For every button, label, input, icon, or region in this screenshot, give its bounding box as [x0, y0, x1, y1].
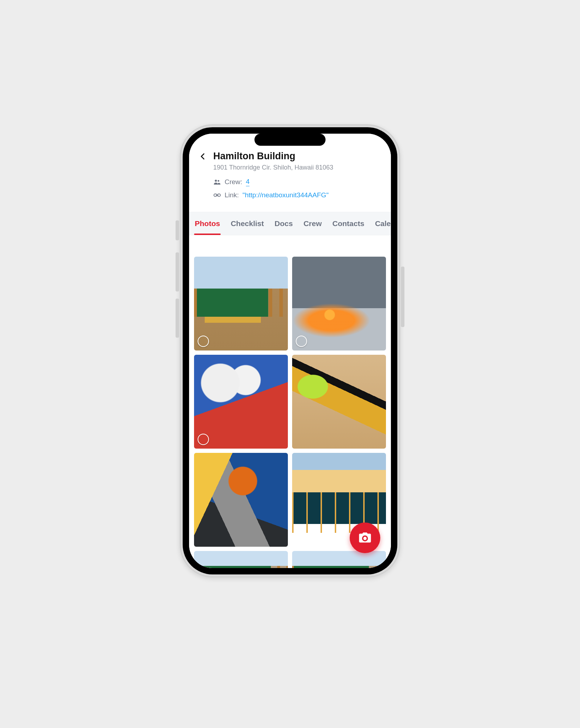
- link-icon: [213, 191, 221, 199]
- back-button[interactable]: [199, 152, 207, 160]
- svg-point-1: [218, 180, 219, 182]
- crew-label: Crew:: [225, 178, 242, 186]
- svg-point-0: [215, 180, 217, 182]
- volume-up-button: [176, 252, 179, 291]
- notch: [254, 134, 326, 146]
- capture-photo-button[interactable]: [350, 523, 380, 553]
- tab-calendar[interactable]: Calendar: [374, 212, 391, 235]
- project-link[interactable]: "http://neatboxunit344AAFG": [242, 191, 329, 199]
- photo-thumbnail[interactable]: [194, 257, 288, 350]
- photo-thumbnail[interactable]: [292, 551, 386, 568]
- power-button: [401, 267, 404, 327]
- tab-photos[interactable]: Photos: [194, 212, 221, 235]
- tab-checklist[interactable]: Checklist: [230, 212, 264, 235]
- tabs-bar: Photos Checklist Docs Crew Contacts Cale…: [189, 212, 391, 235]
- tab-docs[interactable]: Docs: [274, 212, 294, 235]
- photo-thumbnail[interactable]: [292, 257, 386, 350]
- photo-thumbnail[interactable]: [194, 551, 288, 568]
- phone-bezel: Hamilton Building 1901 Thornridge Cir. S…: [183, 127, 397, 574]
- uploader-avatar: [198, 336, 209, 347]
- crew-count-link[interactable]: 4: [246, 178, 250, 186]
- chevron-left-icon: [199, 152, 207, 160]
- photo-grid: [194, 257, 386, 568]
- tab-crew[interactable]: Crew: [303, 212, 322, 235]
- app-screen: Hamilton Building 1901 Thornridge Cir. S…: [189, 134, 391, 568]
- people-icon: [213, 178, 221, 186]
- crew-row: Crew: 4: [213, 178, 381, 186]
- tabs[interactable]: Photos Checklist Docs Crew Contacts Cale…: [189, 212, 391, 235]
- camera-icon: [358, 531, 372, 545]
- uploader-avatar: [296, 336, 307, 347]
- tab-contacts[interactable]: Contacts: [332, 212, 365, 235]
- photos-content: [189, 235, 391, 568]
- phone-frame: Hamilton Building 1901 Thornridge Cir. S…: [180, 124, 400, 577]
- uploader-avatar: [198, 434, 209, 445]
- volume-down-button: [176, 299, 179, 338]
- project-title: Hamilton Building: [213, 151, 295, 162]
- photo-thumbnail[interactable]: [194, 453, 288, 547]
- photo-thumbnail[interactable]: [194, 355, 288, 449]
- side-button: [176, 220, 179, 240]
- photo-thumbnail[interactable]: [292, 355, 386, 449]
- link-row: Link: "http://neatboxunit344AAFG": [213, 191, 381, 199]
- project-address: 1901 Thornridge Cir. Shiloh, Hawaii 8106…: [213, 164, 381, 171]
- link-label: Link:: [225, 191, 239, 199]
